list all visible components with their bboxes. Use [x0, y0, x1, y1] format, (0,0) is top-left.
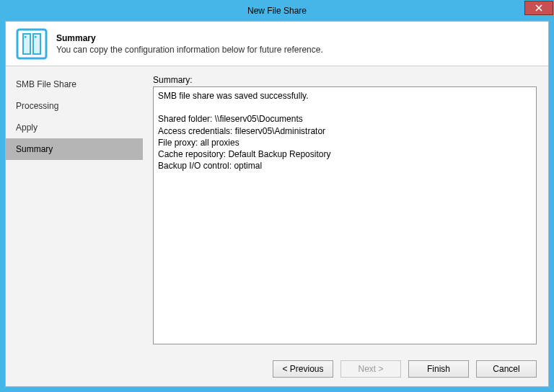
- window-title: New File Share: [1, 6, 553, 16]
- wizard-content: Summary: SMB file share was saved succes…: [143, 66, 548, 352]
- svg-rect-3: [23, 34, 30, 54]
- close-button[interactable]: [524, 1, 553, 15]
- wizard-header-text: Summary You can copy the configuration i…: [56, 33, 323, 55]
- close-icon: [535, 4, 542, 12]
- wizard-header: Summary You can copy the configuration i…: [6, 22, 548, 66]
- step-smb-file-share[interactable]: SMB File Share: [6, 74, 143, 95]
- dialog-window: New File Share Summary You can copy: [0, 0, 554, 392]
- step-label: Apply: [16, 122, 38, 133]
- svg-rect-4: [33, 34, 40, 54]
- previous-button[interactable]: < Previous: [273, 360, 333, 378]
- file-share-icon: [16, 28, 48, 60]
- step-summary[interactable]: Summary: [6, 138, 143, 160]
- titlebar[interactable]: New File Share: [1, 1, 553, 21]
- svg-rect-6: [35, 36, 37, 38]
- wizard-body: SMB File Share Processing Apply Summary …: [6, 66, 548, 352]
- next-button: Next >: [340, 360, 401, 378]
- step-apply[interactable]: Apply: [6, 117, 143, 138]
- finish-button[interactable]: Finish: [408, 360, 469, 378]
- svg-rect-5: [25, 36, 27, 38]
- cancel-button[interactable]: Cancel: [476, 360, 537, 378]
- step-label: Summary: [16, 144, 53, 154]
- step-label: SMB File Share: [16, 79, 76, 89]
- page-subtitle: You can copy the configuration informati…: [56, 45, 323, 55]
- client-area: Summary You can copy the configuration i…: [5, 21, 549, 387]
- step-processing[interactable]: Processing: [6, 95, 143, 117]
- page-title: Summary: [56, 33, 323, 43]
- svg-rect-2: [17, 30, 46, 58]
- wizard-steps: SMB File Share Processing Apply Summary: [6, 66, 143, 352]
- summary-label: Summary:: [153, 75, 537, 85]
- wizard-footer: < Previous Next > Finish Cancel: [6, 352, 548, 386]
- summary-textbox[interactable]: SMB file share was saved successfully. S…: [153, 86, 537, 344]
- step-label: Processing: [16, 101, 58, 111]
